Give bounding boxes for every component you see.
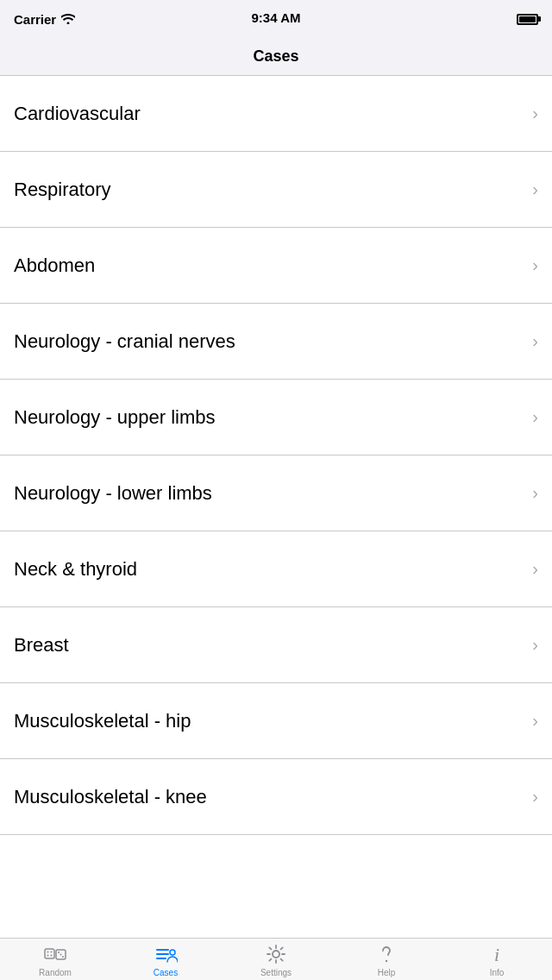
tab-random[interactable]: Random — [0, 939, 110, 980]
tab-random-label: Random — [39, 968, 72, 977]
status-time: 9:34 AM — [252, 10, 301, 25]
svg-rect-0 — [45, 949, 54, 958]
list-item-label-cardiovascular: Cardiovascular — [14, 103, 141, 125]
tab-cases[interactable]: Cases — [110, 939, 221, 980]
list-item-label-respiratory: Respiratory — [14, 179, 110, 201]
cases-list: Cardiovascular›Respiratory›Abdomen›Neuro… — [0, 76, 552, 938]
page-title: Cases — [253, 47, 298, 66]
list-item-breast[interactable]: Breast› — [0, 607, 552, 683]
svg-point-14 — [386, 959, 387, 961]
carrier-wifi: Carrier — [14, 12, 75, 27]
list-item-label-neurology-upper: Neurology - upper limbs — [14, 406, 216, 429]
wifi-icon — [61, 14, 75, 24]
battery-fill — [519, 16, 536, 22]
battery-container — [517, 14, 538, 25]
svg-point-8 — [62, 956, 64, 958]
list-item-musculoskeletal-knee[interactable]: Musculoskeletal - knee› — [0, 759, 552, 835]
chevron-icon-neurology-upper: › — [532, 407, 538, 427]
settings-icon — [264, 942, 288, 966]
tab-help-label: Help — [378, 968, 396, 977]
tab-settings[interactable]: Settings — [221, 939, 331, 980]
chevron-icon-neurology-lower: › — [532, 483, 538, 503]
list-item-label-neck-thyroid: Neck & thyroid — [14, 558, 137, 581]
list-item-neurology-upper[interactable]: Neurology - upper limbs› — [0, 380, 552, 455]
list-item-label-neurology-cranial: Neurology - cranial nerves — [14, 330, 235, 353]
svg-point-13 — [273, 951, 279, 958]
battery-icon — [517, 14, 538, 25]
list-item-neurology-lower[interactable]: Neurology - lower limbs› — [0, 455, 552, 531]
chevron-icon-musculoskeletal-knee: › — [532, 787, 538, 807]
list-item-musculoskeletal-hip[interactable]: Musculoskeletal - hip› — [0, 683, 552, 759]
tab-info-label: Info — [490, 968, 505, 977]
chevron-icon-neurology-cranial: › — [532, 331, 538, 351]
list-item-label-musculoskeletal-knee: Musculoskeletal - knee — [14, 786, 207, 808]
tab-info[interactable]: i Info — [442, 939, 552, 980]
chevron-icon-cardiovascular: › — [532, 104, 538, 123]
svg-point-1 — [47, 951, 49, 952]
svg-point-4 — [51, 954, 53, 956]
chevron-icon-musculoskeletal-hip: › — [532, 711, 538, 731]
list-item-label-breast: Breast — [14, 634, 69, 656]
list-item-label-musculoskeletal-hip: Musculoskeletal - hip — [14, 710, 191, 732]
random-icon — [43, 942, 67, 966]
svg-text:i: i — [494, 944, 499, 965]
chevron-icon-abdomen: › — [532, 255, 538, 275]
list-item-cardiovascular[interactable]: Cardiovascular› — [0, 76, 552, 152]
list-item-label-neurology-lower: Neurology - lower limbs — [14, 482, 212, 505]
tab-bar: Random Cases Settings Help — [0, 938, 552, 980]
list-item-label-abdomen: Abdomen — [14, 254, 95, 277]
tab-settings-label: Settings — [260, 968, 292, 977]
list-item-respiratory[interactable]: Respiratory› — [0, 152, 552, 228]
chevron-icon-breast: › — [532, 635, 538, 655]
tab-help[interactable]: Help — [331, 939, 442, 980]
svg-point-2 — [51, 951, 53, 952]
cases-icon — [154, 942, 178, 966]
svg-point-3 — [47, 954, 49, 956]
svg-point-12 — [170, 950, 175, 955]
svg-point-7 — [58, 952, 60, 953]
chevron-icon-respiratory: › — [532, 179, 538, 199]
list-item-neurology-cranial[interactable]: Neurology - cranial nerves› — [0, 304, 552, 380]
info-icon: i — [485, 942, 509, 966]
status-bar: Carrier 9:34 AM — [0, 0, 552, 38]
list-item-abdomen[interactable]: Abdomen› — [0, 228, 552, 304]
svg-point-6 — [60, 953, 62, 955]
chevron-icon-neck-thyroid: › — [532, 559, 538, 579]
carrier-label: Carrier — [14, 12, 56, 27]
navigation-bar: Cases — [0, 38, 552, 76]
tab-cases-label: Cases — [154, 968, 178, 977]
help-icon — [374, 942, 398, 966]
list-item-neck-thyroid[interactable]: Neck & thyroid› — [0, 531, 552, 607]
